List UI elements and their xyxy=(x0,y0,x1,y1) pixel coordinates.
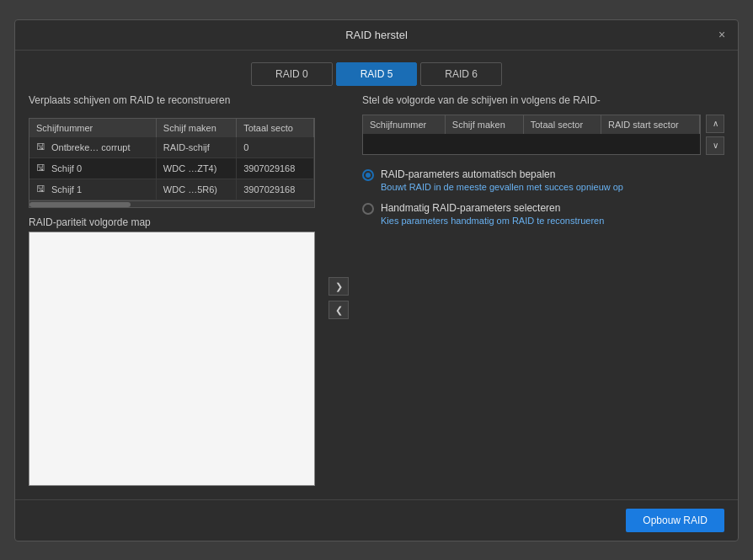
left-section-title: Verplaats schijven om RAID te reconstrue… xyxy=(29,94,315,106)
disk-icon: 🖫 xyxy=(36,163,48,174)
tab-raid6[interactable]: RAID 6 xyxy=(420,62,502,86)
scrollbar[interactable] xyxy=(29,200,314,207)
table-row[interactable]: 🖫 Ontbreke… corrupt RAID-schijf 0 xyxy=(29,137,314,158)
transfer-left-button[interactable]: ❮ xyxy=(328,301,349,319)
right-col-make: Schijf maken xyxy=(445,115,523,134)
radio-item-manual[interactable]: Handmatig RAID-parameters selecteren Kie… xyxy=(362,202,724,226)
close-button[interactable]: × xyxy=(714,27,729,42)
tabs-row: RAID 0 RAID 5 RAID 6 xyxy=(15,51,738,94)
right-col-raid-sector: RAID start sector xyxy=(601,115,699,134)
left-table: Schijfnummer Schijf maken Totaal secto 🖫… xyxy=(29,119,314,200)
parity-map xyxy=(29,232,315,486)
table-row[interactable]: 🖫 Schijf 1 WDC …5R6) 3907029168 xyxy=(29,179,314,200)
scrollbar-thumb[interactable] xyxy=(29,202,131,207)
disk-name-cell: 🖫 Schijf 0 xyxy=(29,157,156,179)
build-raid-button[interactable]: Opbouw RAID xyxy=(626,509,724,532)
radio-auto-label: RAID-parameters automatisch bepalen xyxy=(381,168,623,180)
left-col-size: Totaal secto xyxy=(237,119,314,137)
right-table-container: Schijfnummer Schijf maken Totaal sector … xyxy=(362,115,701,155)
right-col-size: Totaal sector xyxy=(523,115,601,134)
left-col-make: Schijf maken xyxy=(156,119,236,137)
raid-herstel-dialog: RAID herstel × RAID 0 RAID 5 RAID 6 Verp… xyxy=(14,19,739,541)
dialog-title: RAID herstel xyxy=(345,29,408,41)
radio-section: RAID-parameters automatisch bepalen Bouw… xyxy=(362,168,724,226)
disk-name-cell: 🖫 Ontbreke… corrupt xyxy=(29,137,156,158)
transfer-arrows: ❯ ❮ xyxy=(328,94,349,486)
radio-auto-text: RAID-parameters automatisch bepalen Bouw… xyxy=(381,168,623,192)
radio-manual-label: Handmatig RAID-parameters selecteren xyxy=(381,202,604,214)
left-table-container: Schijfnummer Schijf maken Totaal secto 🖫… xyxy=(29,118,315,208)
table-row[interactable]: 🖫 Schijf 0 WDC …ZT4) 3907029168 xyxy=(29,157,314,179)
left-col-disk: Schijfnummer xyxy=(29,119,156,137)
parity-section-title: RAID-pariteit volgorde map xyxy=(29,216,315,228)
right-table-header-row: Schijfnummer Schijf maken Totaal sector … xyxy=(363,115,700,134)
right-arrows: ∧ ∨ xyxy=(706,115,724,155)
tab-raid0[interactable]: RAID 0 xyxy=(251,62,333,86)
title-bar: RAID herstel × xyxy=(15,20,738,51)
radio-auto-circle[interactable] xyxy=(362,169,374,181)
move-up-button[interactable]: ∧ xyxy=(706,115,724,133)
parity-section: RAID-pariteit volgorde map xyxy=(29,216,315,486)
left-table-header-row: Schijfnummer Schijf maken Totaal secto xyxy=(29,119,314,137)
move-down-button[interactable]: ∨ xyxy=(706,136,724,155)
left-panel: Verplaats schijven om RAID te reconstrue… xyxy=(29,94,315,486)
content-area: Verplaats schijven om RAID te reconstrue… xyxy=(15,94,738,499)
transfer-right-button[interactable]: ❯ xyxy=(328,277,349,296)
right-table-wrapper: Schijfnummer Schijf maken Totaal sector … xyxy=(362,115,724,155)
tab-raid5[interactable]: RAID 5 xyxy=(336,62,418,86)
right-col-disk: Schijfnummer xyxy=(363,115,445,134)
radio-manual-text: Handmatig RAID-parameters selecteren Kie… xyxy=(381,202,604,226)
right-section-title: Stel de volgorde van de schijven in volg… xyxy=(362,94,724,106)
right-panel: Stel de volgorde van de schijven in volg… xyxy=(362,94,724,486)
disk-icon: 🖫 xyxy=(36,184,48,195)
right-table: Schijfnummer Schijf maken Totaal sector … xyxy=(363,115,700,134)
disk-icon: 🖫 xyxy=(36,141,48,153)
radio-manual-circle[interactable] xyxy=(362,203,374,215)
disk-name-cell: 🖫 Schijf 1 xyxy=(29,179,156,200)
radio-auto-sublabel: Bouwt RAID in de meeste gevallen met suc… xyxy=(381,182,623,192)
radio-item-auto[interactable]: RAID-parameters automatisch bepalen Bouw… xyxy=(362,168,724,192)
radio-manual-sublabel: Kies parameters handmatig om RAID te rec… xyxy=(381,216,604,226)
footer: Opbouw RAID xyxy=(15,499,738,541)
